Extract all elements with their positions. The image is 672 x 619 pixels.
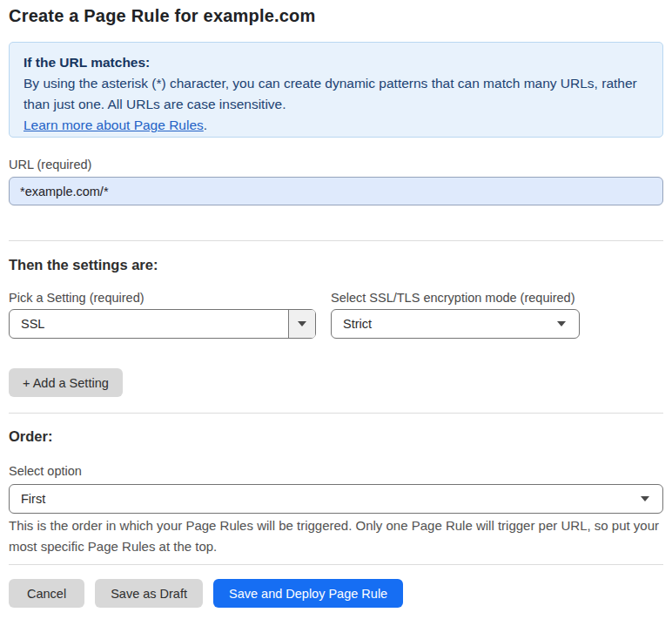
cancel-button[interactable]: Cancel	[9, 579, 84, 608]
chevron-down-icon	[557, 321, 566, 326]
url-input[interactable]	[9, 177, 663, 205]
url-match-info-box: If the URL matches: By using the asteris…	[9, 42, 663, 138]
ssl-mode-value: Strict	[332, 317, 372, 331]
link-period: .	[204, 118, 207, 132]
ssl-mode-select[interactable]: Strict	[331, 309, 580, 339]
url-field-label: URL (required)	[9, 158, 91, 172]
pick-setting-select[interactable]: SSL	[9, 309, 316, 339]
settings-section-heading: Then the settings are:	[9, 257, 158, 273]
ssl-mode-label: Select SSL/TLS encryption mode (required…	[331, 291, 575, 305]
add-setting-button[interactable]: + Add a Setting	[9, 368, 123, 397]
chevron-down-icon	[641, 496, 649, 501]
create-page-rule-form: Create a Page Rule for example.com If th…	[0, 0, 672, 619]
order-select-label: Select option	[9, 464, 82, 478]
pick-setting-label: Pick a Setting (required)	[9, 291, 144, 305]
save-draft-button[interactable]: Save as Draft	[95, 579, 203, 608]
chevron-down-icon	[298, 321, 306, 326]
page-title: Create a Page Rule for example.com	[9, 6, 316, 26]
info-box-heading: If the URL matches:	[24, 52, 648, 73]
save-deploy-button[interactable]: Save and Deploy Page Rule	[213, 579, 403, 608]
divider	[9, 413, 663, 414]
divider	[9, 240, 663, 241]
order-select-value: First	[10, 492, 45, 506]
order-section-heading: Order:	[9, 428, 52, 445]
pick-setting-value: SSL	[10, 317, 44, 331]
order-select[interactable]: First	[9, 484, 663, 514]
pick-setting-caret-button[interactable]	[288, 310, 315, 338]
divider	[9, 564, 663, 565]
footer-button-row: Cancel Save as Draft Save and Deploy Pag…	[9, 579, 403, 608]
order-help-text: This is the order in which your Page Rul…	[9, 515, 660, 557]
learn-more-link[interactable]: Learn more about Page Rules	[24, 118, 204, 132]
info-box-body: By using the asterisk (*) character, you…	[24, 76, 637, 111]
